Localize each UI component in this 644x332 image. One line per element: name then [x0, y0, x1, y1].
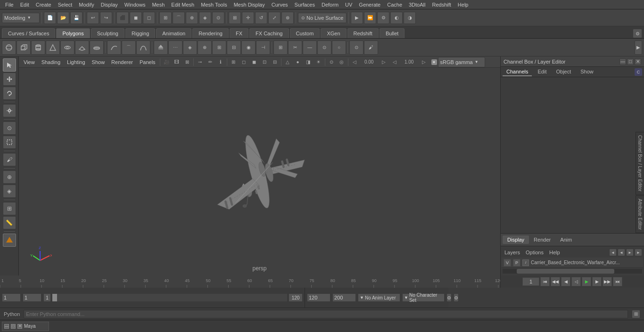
select-by-hierarchy-btn[interactable]: ⬛ [116, 12, 129, 24]
shelf-cone[interactable] [46, 40, 60, 55]
shelf-cube[interactable] [17, 40, 31, 55]
workspace-dropdown[interactable]: Modeling ▼ [2, 13, 40, 23]
shelf-combine[interactable]: ⊞ [212, 40, 226, 55]
transport-play-back[interactable]: ◁ [571, 277, 581, 286]
vp-menu-renderer[interactable]: Renderer [108, 58, 136, 66]
vp-film-btn[interactable]: 🎞 [172, 57, 182, 67]
timeline-ruler[interactable]: 1 5 10 15 20 25 30 35 40 [0, 275, 500, 288]
playback-range-bar[interactable] [52, 293, 288, 302]
move-tool-btn-left[interactable] [3, 73, 16, 86]
snap-live-btn[interactable]: ⊙ [212, 12, 224, 24]
menu-file[interactable]: File [2, 1, 17, 8]
vp-res-gate[interactable]: ◼ [249, 57, 259, 67]
snap-grid-btn[interactable]: ⊞ [159, 12, 172, 24]
snap-surface-btn[interactable]: ◈ [199, 12, 211, 24]
layer-next-btn[interactable]: ► [626, 249, 634, 256]
vp-gamma-val[interactable]: 1.00 [401, 57, 418, 67]
vp-exposure-up[interactable]: ▷ [379, 57, 388, 67]
select-by-component-btn[interactable]: ◻ [143, 12, 155, 24]
menu-create[interactable]: Create [33, 1, 55, 8]
menu-edit-mesh[interactable]: Edit Mesh [168, 1, 198, 8]
menu-display[interactable]: Display [98, 1, 121, 8]
shelf-bridge[interactable]: ⋯ [168, 40, 182, 55]
undo-btn[interactable]: ↩ [87, 12, 99, 24]
tab-settings-btn[interactable]: ⚙ [633, 29, 642, 38]
shelf-extrude[interactable] [154, 40, 168, 55]
layer-visibility-btn[interactable]: V [504, 259, 511, 267]
select-by-object-btn[interactable]: ◼ [130, 12, 142, 24]
disp-tab-anim[interactable]: Anim [555, 235, 577, 244]
tab-redshift[interactable]: Redshift [347, 28, 379, 38]
channel-box-minimize[interactable]: — [619, 58, 626, 65]
render-btn[interactable]: ▶ [351, 12, 363, 24]
shelf-target-weld[interactable]: ⊙ [317, 40, 331, 55]
shelf-mirror[interactable]: ⊣ [256, 40, 270, 55]
script-status-btn[interactable]: ⊞ [632, 310, 640, 318]
taskbar-item-maya[interactable]: — □ ✕ Maya [2, 322, 49, 331]
snap-point-btn[interactable]: ⊕ [186, 12, 198, 24]
tab-fx-caching[interactable]: FX Caching [249, 28, 289, 38]
transport-prev-frame[interactable]: ◀ [561, 277, 570, 286]
menu-generate[interactable]: Generate [355, 1, 384, 8]
move-tool-btn[interactable]: ✛ [242, 12, 254, 24]
rotate-tool-btn-left[interactable] [3, 87, 16, 100]
transform-tool-btn[interactable]: ⊞ [229, 12, 241, 24]
vp-menu-view[interactable]: View [21, 58, 38, 66]
vp-exposure-down[interactable]: ◁ [350, 57, 359, 67]
snap-btn[interactable]: ⊕ [3, 170, 16, 184]
taskbar-minimize[interactable]: — [4, 324, 9, 329]
layer-playback-btn[interactable]: P [513, 259, 520, 267]
vp-safe-title[interactable]: ⊟ [270, 57, 280, 67]
playback-thumb[interactable] [52, 294, 57, 301]
transport-next-key[interactable]: ▶▶ [603, 277, 612, 286]
channel-header-icon[interactable]: C [635, 68, 642, 76]
shelf-bevel[interactable]: ◈ [183, 40, 197, 55]
autokey-btn[interactable]: ⚙ [446, 293, 452, 302]
layer-type-icon[interactable]: / [522, 259, 529, 266]
menu-edit[interactable]: Edit [17, 1, 33, 8]
menu-select[interactable]: Select [55, 1, 76, 8]
shelf-plane[interactable] [75, 40, 89, 55]
menu-windows[interactable]: Windows [121, 1, 149, 8]
live-surface-btn[interactable]: ⊙ No Live Surface [298, 13, 347, 23]
menu-3dtoall[interactable]: 3DtoAll [405, 1, 429, 8]
vp-clip-btn[interactable]: ⊠ [182, 57, 192, 67]
render-seq-btn[interactable]: ⏩ [364, 12, 376, 24]
taskbar-close[interactable]: ✕ [17, 324, 22, 329]
layers-scrollbar[interactable] [503, 269, 642, 274]
menu-help[interactable]: Help [454, 1, 472, 8]
scale-tool-btn-left[interactable] [3, 104, 16, 117]
channel-tab-object[interactable]: Object [552, 68, 575, 76]
vp-gamma-down[interactable]: ◁ [390, 57, 399, 67]
tab-animation[interactable]: Animation [156, 28, 191, 38]
side-tab-attribute-editor[interactable]: Attribute Editor [636, 195, 644, 233]
vp-isolate[interactable]: ◎ [337, 57, 347, 67]
python-input[interactable] [24, 310, 628, 318]
layers-tab-options[interactable]: Options [524, 249, 545, 256]
vp-colorspace-dropdown[interactable]: sRGB gamma ▼ [438, 57, 485, 67]
tab-custom[interactable]: Custom [290, 28, 320, 38]
transport-play-fwd[interactable]: ▶ [582, 277, 591, 286]
snap-curve-btn[interactable]: ⌒ [173, 12, 185, 24]
tab-sculpting[interactable]: Sculpting [91, 28, 124, 38]
vp-menu-panels[interactable]: Panels [137, 58, 158, 66]
vp-smooth-shade[interactable]: ● [293, 57, 303, 67]
tab-fx[interactable]: FX [230, 28, 248, 38]
menu-cache[interactable]: Cache [384, 1, 405, 8]
layer-prev-btn[interactable]: ◄ [618, 249, 625, 256]
vp-xray[interactable]: ⊙ [327, 57, 336, 67]
render-options-btn[interactable]: ◐ [390, 12, 403, 24]
transport-next-frame[interactable]: ▶ [592, 277, 602, 286]
vp-gamma-up[interactable]: ▷ [419, 57, 429, 67]
shelf-paint[interactable]: 🖌 [364, 40, 378, 55]
tab-bullet[interactable]: Bullet [380, 28, 405, 38]
menu-mesh-display[interactable]: Mesh Display [231, 1, 268, 8]
layers-tab-layers[interactable]: Layers [503, 249, 522, 256]
channel-tab-show[interactable]: Show [577, 68, 597, 76]
total-frames-input[interactable]: 200 [332, 293, 356, 302]
shelf-scroll-right[interactable]: ▶ [635, 40, 642, 55]
transport-prev-key[interactable]: ◀◀ [551, 277, 560, 286]
shelf-boolean[interactable]: ⊕ [198, 40, 212, 55]
shelf-bezier[interactable] [136, 40, 150, 55]
vp-textured[interactable]: ◨ [304, 57, 313, 67]
